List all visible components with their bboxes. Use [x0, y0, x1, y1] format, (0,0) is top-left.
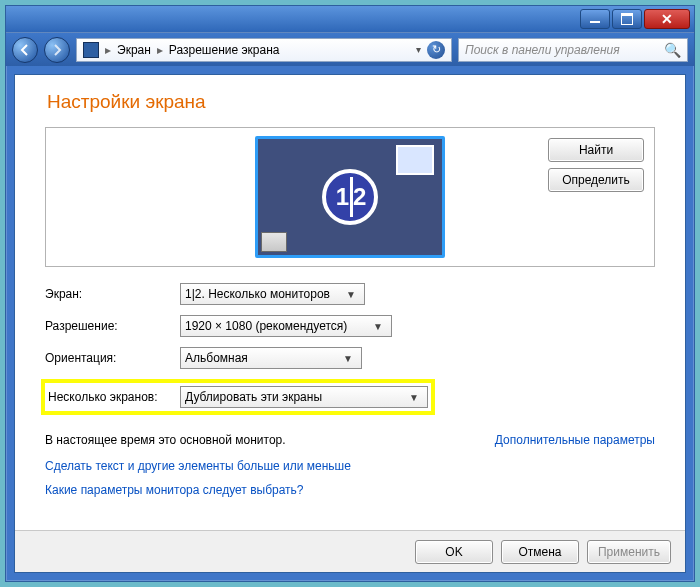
nav-bar: ▸ Экран ▸ Разрешение экрана ▾ ↻ Поиск в …	[6, 32, 694, 66]
chevron-right-icon: ▸	[105, 43, 111, 57]
title-bar: ✕	[6, 6, 694, 32]
orientation-label: Ориентация:	[45, 351, 180, 365]
address-bar[interactable]: ▸ Экран ▸ Разрешение экрана ▾ ↻	[76, 38, 452, 62]
multi-value: Дублировать эти экраны	[185, 390, 322, 404]
text-size-link[interactable]: Сделать текст и другие элементы больше и…	[45, 459, 655, 473]
search-input[interactable]: Поиск в панели управления 🔍	[458, 38, 688, 62]
close-button[interactable]: ✕	[644, 9, 690, 29]
content-panel: Настройки экрана 12 Найти Определить Экр…	[14, 74, 686, 573]
breadcrumb-root[interactable]: Экран	[117, 43, 151, 57]
arrow-left-icon	[19, 44, 31, 56]
apply-button[interactable]: Применить	[587, 540, 671, 564]
chevron-down-icon: ▼	[405, 388, 423, 406]
badge-digit: 1	[333, 183, 350, 211]
dialog-footer: OK Отмена Применить	[15, 530, 685, 572]
orientation-select[interactable]: Альбомная ▼	[180, 347, 362, 369]
multi-display-select[interactable]: Дублировать эти экраны ▼	[180, 386, 428, 408]
minimize-button[interactable]	[580, 9, 610, 29]
resolution-label: Разрешение:	[45, 319, 180, 333]
detect-button[interactable]: Найти	[548, 138, 644, 162]
back-button[interactable]	[12, 37, 38, 63]
badge-digit: 2	[350, 183, 367, 211]
maximize-button[interactable]	[612, 9, 642, 29]
display-label: Экран:	[45, 287, 180, 301]
resolution-select[interactable]: 1920 × 1080 (рекомендуется) ▼	[180, 315, 392, 337]
primary-monitor-note: В настоящее время это основной монитор.	[45, 433, 286, 447]
ok-button[interactable]: OK	[415, 540, 493, 564]
display-select[interactable]: 1|2. Несколько мониторов ▼	[180, 283, 365, 305]
display-value: 1|2. Несколько мониторов	[185, 287, 330, 301]
display-preview: 12 Найти Определить	[45, 127, 655, 267]
window: ✕ ▸ Экран ▸ Разрешение экрана ▾ ↻ Поиск …	[5, 5, 695, 582]
chevron-down-icon: ▼	[339, 349, 357, 367]
search-placeholder: Поиск в панели управления	[465, 43, 620, 57]
chevron-down-icon: ▼	[369, 317, 387, 335]
help-link[interactable]: Какие параметры монитора следует выбрать…	[45, 483, 655, 497]
orientation-value: Альбомная	[185, 351, 248, 365]
search-icon: 🔍	[664, 42, 681, 58]
monitor-badge: 12	[322, 169, 378, 225]
chevron-right-icon: ▸	[157, 43, 163, 57]
cancel-button[interactable]: Отмена	[501, 540, 579, 564]
forward-button[interactable]	[44, 37, 70, 63]
secondary-window-icon	[396, 145, 434, 175]
multi-display-row-highlight: Несколько экранов: Дублировать эти экран…	[41, 379, 435, 415]
identify-button[interactable]: Определить	[548, 168, 644, 192]
chevron-down-icon[interactable]: ▾	[416, 44, 421, 55]
multi-label: Несколько экранов:	[48, 390, 180, 404]
advanced-settings-link[interactable]: Дополнительные параметры	[495, 433, 655, 447]
monitor-thumbnail[interactable]: 12	[255, 136, 445, 258]
resolution-value: 1920 × 1080 (рекомендуется)	[185, 319, 347, 333]
arrow-right-icon	[51, 44, 63, 56]
control-panel-icon	[83, 42, 99, 58]
page-title: Настройки экрана	[47, 91, 655, 113]
chevron-down-icon: ▼	[342, 285, 360, 303]
refresh-button[interactable]: ↻	[427, 41, 445, 59]
breadcrumb-page[interactable]: Разрешение экрана	[169, 43, 280, 57]
